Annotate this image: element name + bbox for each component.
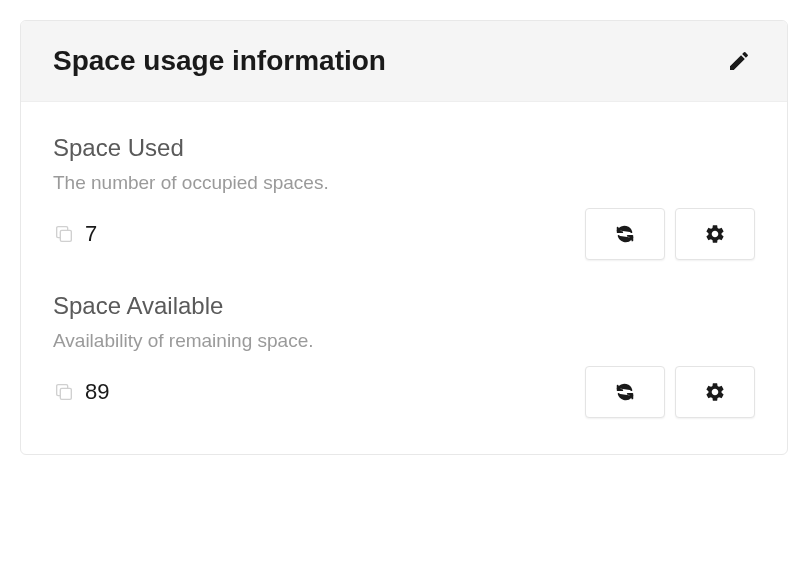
settings-button[interactable] bbox=[675, 366, 755, 418]
copy-icon[interactable] bbox=[53, 381, 75, 403]
copy-icon[interactable] bbox=[53, 223, 75, 245]
metric-value: 7 bbox=[85, 221, 97, 247]
card-header: Space usage information bbox=[21, 21, 787, 102]
metric-space-available: Space Available Availability of remainin… bbox=[53, 292, 755, 418]
refresh-icon bbox=[614, 223, 636, 245]
card-title: Space usage information bbox=[53, 45, 386, 77]
metric-title: Space Used bbox=[53, 134, 755, 162]
gear-icon bbox=[704, 381, 726, 403]
edit-button[interactable] bbox=[723, 45, 755, 77]
pencil-icon bbox=[727, 49, 751, 73]
space-usage-card: Space usage information Space Used The n… bbox=[20, 20, 788, 455]
gear-icon bbox=[704, 223, 726, 245]
metric-description: Availability of remaining space. bbox=[53, 330, 755, 352]
refresh-button[interactable] bbox=[585, 208, 665, 260]
svg-rect-1 bbox=[60, 388, 71, 399]
refresh-button[interactable] bbox=[585, 366, 665, 418]
settings-button[interactable] bbox=[675, 208, 755, 260]
refresh-icon bbox=[614, 381, 636, 403]
action-group bbox=[585, 208, 755, 260]
card-body: Space Used The number of occupied spaces… bbox=[21, 102, 787, 454]
action-group bbox=[585, 366, 755, 418]
svg-rect-0 bbox=[60, 230, 71, 241]
metric-row: 89 bbox=[53, 366, 755, 418]
metric-row: 7 bbox=[53, 208, 755, 260]
metric-title: Space Available bbox=[53, 292, 755, 320]
metric-value-wrap: 89 bbox=[53, 379, 109, 405]
metric-value-wrap: 7 bbox=[53, 221, 97, 247]
metric-value: 89 bbox=[85, 379, 109, 405]
metric-description: The number of occupied spaces. bbox=[53, 172, 755, 194]
metric-space-used: Space Used The number of occupied spaces… bbox=[53, 134, 755, 260]
